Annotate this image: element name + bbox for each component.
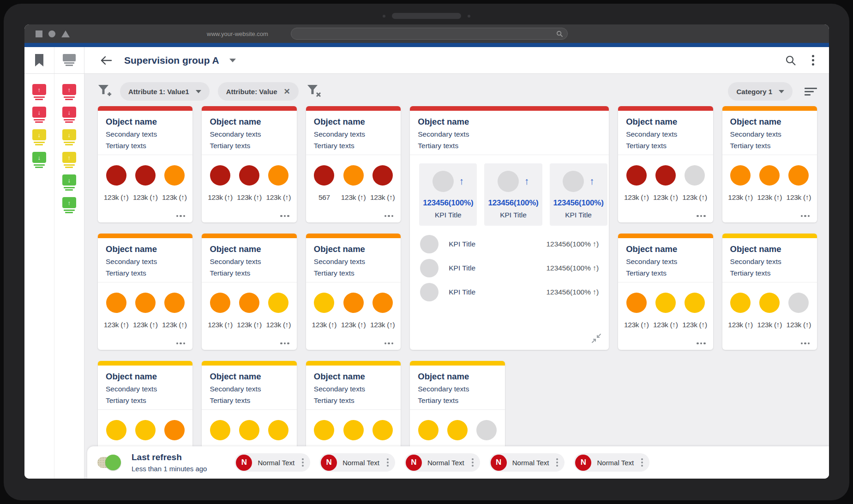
status-chip[interactable]: N Normal Text — [319, 453, 395, 472]
kpi-status-dot — [210, 420, 230, 440]
status-bar — [34, 119, 45, 120]
window-circle-icon[interactable] — [48, 30, 55, 37]
status-tag-red-down-icon[interactable]: ↓ — [32, 107, 46, 123]
overflow-menu-button[interactable] — [812, 55, 814, 66]
status-tag-red-up-icon[interactable]: ↑ — [62, 84, 76, 100]
kpi-status-dot — [343, 293, 364, 313]
card-more-button[interactable] — [697, 342, 706, 345]
collapse-card-button[interactable] — [591, 333, 601, 343]
kpi-row: 123k (↑) 123k (↑) 123k (↑) — [98, 293, 192, 329]
chip-menu-button[interactable] — [302, 458, 307, 467]
chip-menu-button[interactable] — [387, 458, 392, 467]
filter-chip-attribute1[interactable]: Attribute 1: Value1 — [120, 82, 210, 101]
object-card[interactable]: Object name Secondary texts Tertiary tex… — [98, 106, 192, 222]
featured-kpi[interactable]: ↑ 123456(100%) KPI Title — [550, 163, 607, 226]
object-card[interactable]: Object name Secondary texts Tertiary tex… — [306, 106, 401, 222]
card-status-strip — [306, 234, 401, 238]
kpi: 123k (↑) — [755, 293, 784, 329]
card-more-button[interactable] — [384, 342, 394, 345]
last-refresh-title: Last refresh — [132, 452, 207, 462]
back-button[interactable] — [100, 55, 112, 66]
kpi-list-row[interactable]: KPI Title 123456(100% ↑) — [420, 232, 599, 256]
kpi-value: 123k (↑) — [787, 321, 811, 329]
kpi-value: 123k (↑) — [653, 193, 678, 202]
app-header: Supervision group A — [24, 47, 829, 74]
divider — [306, 155, 401, 155]
object-title: Object name — [730, 117, 809, 127]
status-chips: N Normal Text N Normal Text N Normal Tex… — [234, 453, 649, 472]
kpi-status-dot — [268, 420, 288, 440]
kpi-row: 123k (↑) 123k (↑) 123k (↑) — [618, 165, 713, 202]
card-status-strip — [722, 106, 817, 111]
object-card[interactable]: Object name Secondary texts Tertiary tex… — [618, 234, 713, 350]
search-button[interactable] — [785, 55, 796, 66]
object-card[interactable]: Object name Secondary texts Tertiary tex… — [98, 234, 192, 350]
browser-search-field[interactable] — [291, 28, 568, 40]
category-dropdown[interactable]: Category 1 — [728, 82, 793, 101]
kpi-status-dot — [106, 420, 126, 440]
card-more-button[interactable] — [384, 215, 394, 217]
object-card[interactable]: Object name Secondary texts Tertiary tex… — [202, 106, 296, 222]
object-title: Object name — [626, 244, 705, 254]
status-chip[interactable]: N Normal Text — [234, 453, 310, 472]
add-filter-button[interactable] — [98, 84, 112, 99]
card-more-button[interactable] — [176, 215, 186, 217]
featured-kpi[interactable]: ↑ 123456(100%) KPI Title — [419, 163, 477, 226]
status-tag-yellow-down-icon[interactable]: ↓ — [62, 129, 76, 145]
status-tag-green-up-icon[interactable]: ↑ — [62, 197, 76, 213]
kpi-status-dot — [730, 293, 751, 313]
card-more-button[interactable] — [280, 342, 289, 345]
status-tag-yellow-down-icon[interactable]: ↓ — [32, 129, 46, 145]
kpi-placeholder-circle — [498, 171, 519, 192]
chip-menu-button[interactable] — [641, 458, 647, 467]
kpi: 567 — [310, 165, 339, 202]
status-bar — [64, 164, 75, 166]
status-tag-green-down-icon[interactable]: ↓ — [62, 174, 76, 191]
sort-button[interactable] — [805, 88, 817, 96]
card-more-button[interactable] — [801, 215, 810, 217]
kpi-list-row[interactable]: KPI Title 123456(100% ↑) — [420, 280, 599, 304]
title-dropdown-caret-icon[interactable] — [229, 59, 236, 62]
object-title: Object name — [210, 372, 288, 382]
filter-clear-icon — [307, 84, 322, 99]
status-bar — [35, 99, 43, 100]
status-tag-green-down-icon[interactable]: ↓ — [32, 152, 46, 168]
status-tag-yellow-up-icon[interactable]: ↑ — [62, 152, 76, 168]
object-card[interactable]: Object name Secondary texts Tertiary tex… — [618, 106, 713, 222]
expanded-object-card[interactable]: Object name Secondary texts Tertiary tex… — [410, 106, 609, 350]
status-chip[interactable]: N Normal Text — [574, 453, 649, 472]
status-bar — [64, 142, 75, 143]
kpi-list-row[interactable]: KPI Title 123456(100% ↑) — [420, 256, 599, 280]
card-status-strip — [306, 106, 401, 111]
window-square-icon[interactable] — [36, 30, 42, 37]
kpi-status-dot — [210, 165, 230, 186]
kpi-value: 123k (↑) — [266, 193, 291, 202]
window-triangle-icon[interactable] — [61, 30, 70, 37]
auto-refresh-toggle[interactable] — [97, 457, 120, 468]
chip-menu-button[interactable] — [556, 458, 562, 467]
status-chip[interactable]: N Normal Text — [489, 453, 565, 472]
card-more-button[interactable] — [176, 342, 186, 345]
status-tag-red-up-icon[interactable]: ↑ — [32, 84, 46, 100]
object-card[interactable]: Object name Secondary texts Tertiary tex… — [306, 234, 401, 350]
card-more-button[interactable] — [801, 342, 810, 345]
kpi: 123k (↑) — [131, 165, 160, 202]
trend-up-icon: ↑ — [524, 176, 529, 187]
chip-menu-button[interactable] — [472, 458, 477, 467]
card-more-button[interactable] — [697, 215, 706, 217]
status-chip[interactable]: N Normal Text — [404, 453, 480, 472]
sidebar-tab-cards[interactable] — [54, 47, 84, 73]
clear-filters-button[interactable] — [307, 84, 322, 99]
sidebar-tab-bookmarks[interactable] — [24, 47, 54, 73]
close-icon[interactable]: ✕ — [284, 87, 290, 96]
featured-kpi[interactable]: ↑ 123456(100%) KPI Title — [484, 163, 542, 226]
kpi-status-dot — [239, 293, 259, 313]
status-tag-red-down-icon[interactable]: ↓ — [62, 107, 76, 123]
filter-chip-attribute[interactable]: Attribute: Value ✕ — [218, 82, 299, 101]
device-notch — [392, 13, 461, 19]
object-card[interactable]: Object name Secondary texts Tertiary tex… — [202, 234, 296, 350]
divider — [722, 155, 817, 155]
object-card[interactable]: Object name Secondary texts Tertiary tex… — [722, 106, 817, 222]
object-card[interactable]: Object name Secondary texts Tertiary tex… — [722, 234, 817, 350]
card-more-button[interactable] — [280, 215, 289, 217]
